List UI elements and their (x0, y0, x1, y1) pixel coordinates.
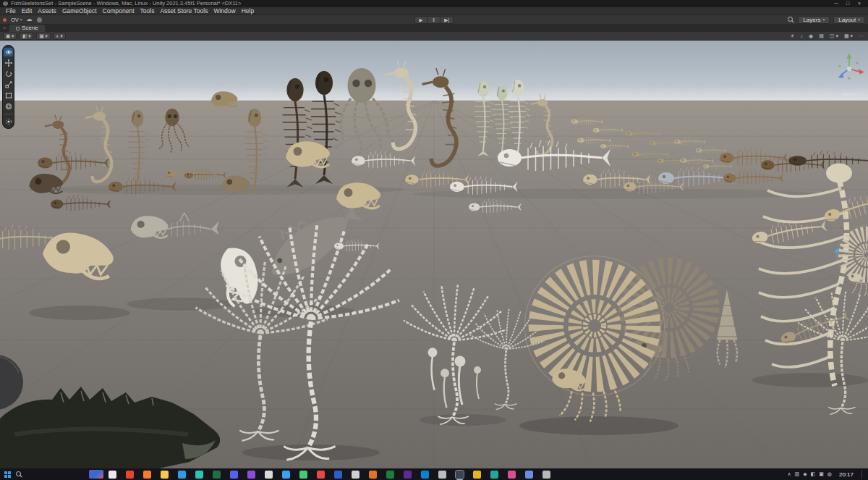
scene-view-toggle-icon[interactable]: ▦ ▾ (843, 33, 854, 39)
window-title: FishSkeletonsSet - SampleScene - Windows… (11, 0, 241, 7)
cloud-services-icon[interactable]: ☁ (27, 16, 33, 23)
layout-dropdown[interactable]: Layout (833, 16, 865, 24)
menubar: FileEditAssetsGameObjectComponentToolsAs… (0, 7, 868, 15)
play-button[interactable]: ▶ (414, 16, 427, 24)
show-desktop-button[interactable] (861, 470, 864, 479)
menu-item[interactable]: Assets (35, 7, 59, 14)
taskbar-app-icon[interactable] (369, 471, 377, 479)
tab-scene[interactable]: Scene (9, 25, 45, 32)
rect-tool-button[interactable] (4, 91, 13, 100)
main-toolbar: OV ☁ ▶ ‖ ▶| Layers Layout (0, 15, 868, 25)
move-tool-button[interactable] (4, 59, 13, 67)
custom-tool-button[interactable] (4, 117, 13, 126)
scene-view-toolbar: ▣ ▾◧ ▾▦ ▾◐ ▾ ☀♪◉▤◫ ▾▦ ▾⋯ (0, 32, 868, 41)
tray-icon[interactable]: ∧ (787, 471, 791, 477)
view-tool-button[interactable] (4, 48, 13, 56)
scene-view-toggle-icon[interactable]: ▤ (817, 33, 825, 39)
step-button[interactable]: ▶| (441, 16, 454, 24)
menu-item[interactable]: Help (239, 7, 257, 14)
scene-view-toggle-icon[interactable]: ☀ (788, 33, 796, 39)
menu-item[interactable]: Asset Store Tools (157, 7, 210, 14)
scene-toolbar-left: ▣ ▾◧ ▾▦ ▾◐ ▾ (3, 33, 66, 40)
rotate-tool-button[interactable] (4, 70, 13, 78)
menu-item[interactable]: Component (100, 7, 137, 14)
play-controls: ▶ ‖ ▶| (414, 16, 454, 24)
close-button[interactable]: × (854, 0, 865, 7)
menu-item[interactable]: GameObject (59, 7, 100, 14)
toolbar-right-group: Layers Layout (788, 16, 865, 24)
scene-tool-dropdown[interactable]: ▦ ▾ (36, 33, 50, 40)
scene-view-toggle-icon[interactable]: ♪ (799, 33, 805, 38)
version-control-status-icon[interactable] (3, 18, 7, 22)
taskbar-app-icon[interactable] (542, 471, 550, 479)
scene-tab-icon (16, 27, 20, 30)
pause-button[interactable]: ‖ (427, 16, 441, 24)
tray-icon[interactable]: ◧ (811, 471, 816, 477)
taskbar-app-icon[interactable] (230, 471, 238, 479)
tools-divider (4, 114, 12, 114)
taskbar-app-icon[interactable] (334, 471, 342, 479)
tray-icon[interactable]: ◈ (803, 471, 807, 477)
taskbar-app-icon[interactable] (161, 471, 169, 479)
minimize-button[interactable]: ─ (830, 0, 842, 7)
tray-icon[interactable]: ▣ (819, 471, 824, 477)
taskbar-app-icon[interactable] (490, 471, 498, 479)
light-probe-gizmo-icon[interactable] (835, 249, 839, 253)
menu-item[interactable]: Edit (19, 7, 35, 14)
taskbar-clock[interactable]: 20:17 (839, 471, 854, 478)
scene-tool-dropdown[interactable]: ◧ ▾ (20, 33, 33, 40)
taskbar-app-icon[interactable] (109, 471, 116, 479)
layers-dropdown[interactable]: Layers (798, 16, 830, 24)
tray-icon[interactable]: ◍ (827, 471, 832, 477)
scene-tab-label: Scene (22, 25, 38, 32)
taskbar-app-icon[interactable] (473, 471, 481, 479)
tray-icon[interactable]: ▥ (795, 471, 800, 477)
taskbar-app-icon[interactable] (195, 471, 203, 479)
menu-item[interactable]: File (3, 7, 19, 14)
scene-tool-dropdown[interactable]: ▣ ▾ (3, 33, 17, 40)
widgets-thumbnail[interactable] (89, 470, 103, 479)
small-gizmo-icon[interactable] (837, 282, 840, 285)
horizon-haze (0, 86, 868, 101)
gizmo-center[interactable] (847, 67, 851, 71)
taskbar-app-icon[interactable] (247, 471, 255, 479)
taskbar-app-icon[interactable] (421, 471, 429, 479)
taskbar-app-icon[interactable] (282, 471, 290, 479)
scene-view-toggle-icon[interactable]: ◉ (807, 33, 814, 39)
maximize-button[interactable]: □ (842, 0, 854, 7)
titlebar: FishSkeletonsSet - SampleScene - Windows… (0, 0, 868, 7)
taskbar-app-icon[interactable] (438, 471, 446, 479)
start-button[interactable] (4, 471, 11, 478)
taskbar-search-icon[interactable] (16, 471, 22, 478)
taskbar-app-icon[interactable] (317, 471, 325, 479)
scene-view-toggle-icon[interactable]: ⋯ (857, 33, 865, 39)
taskbar-app-icon[interactable] (265, 471, 273, 479)
avatar-icon[interactable] (37, 17, 42, 22)
account-dropdown[interactable]: OV (11, 17, 22, 23)
transform-tool-button[interactable] (4, 102, 13, 111)
taskbar-app-icon[interactable] (213, 471, 221, 479)
window-menu-icon[interactable]: ≡ (1, 25, 7, 32)
unity-logo-icon (3, 1, 8, 7)
taskbar-app-icon[interactable] (143, 471, 151, 479)
taskbar-app-icon[interactable] (508, 471, 516, 479)
taskbar-app-icon[interactable] (386, 471, 394, 479)
scene-toolbar-right: ☀♪◉▤◫ ▾▦ ▾⋯ (788, 33, 865, 39)
taskbar-app-icon[interactable] (178, 471, 186, 479)
taskbar-app-icon[interactable] (352, 471, 359, 479)
scene-viewport[interactable]: Persp (0, 41, 868, 468)
scene-tool-dropdown[interactable]: ◐ ▾ (54, 33, 66, 40)
taskbar-app-icon[interactable] (456, 471, 464, 479)
search-icon[interactable] (788, 17, 794, 23)
taskbar-app-icon[interactable] (299, 471, 307, 479)
projection-label[interactable]: Persp (827, 91, 868, 98)
scale-tool-button[interactable] (4, 80, 13, 89)
menu-item[interactable]: Window (210, 7, 238, 14)
taskbar-app-icon[interactable] (404, 471, 412, 479)
scene-render[interactable] (0, 41, 868, 468)
menu-item[interactable]: Tools (137, 7, 158, 14)
taskbar-app-icon[interactable] (525, 471, 533, 479)
taskbar-app-icon[interactable] (126, 471, 134, 479)
windows-taskbar: ∧▥◈◧▣◍ 20:17 (0, 468, 868, 480)
scene-view-toggle-icon[interactable]: ◫ ▾ (828, 33, 840, 39)
